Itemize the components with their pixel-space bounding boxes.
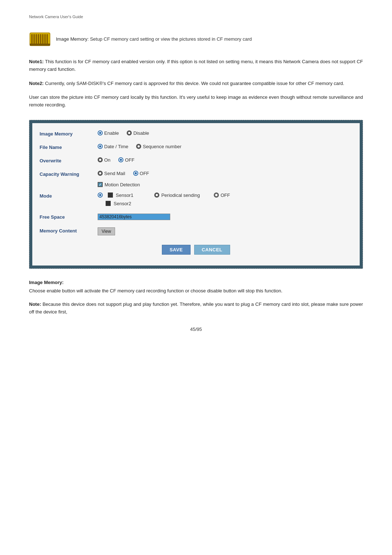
radio-sequence-label: Sequence number bbox=[143, 144, 181, 149]
file-name-sequence[interactable]: Sequence number bbox=[136, 144, 181, 149]
motion-detection-checkbox-group[interactable]: Motion Detection bbox=[98, 182, 140, 187]
radio-sendmail-label: Send Mail bbox=[104, 171, 125, 176]
mode-label: Mode bbox=[40, 193, 98, 199]
header-title: Network Camera User's Guide bbox=[29, 15, 83, 19]
memory-content-label: Memory Content bbox=[40, 227, 98, 234]
free-space-value: 453820416bytes bbox=[99, 214, 132, 219]
sensor2-label: Sensor2 bbox=[114, 201, 131, 206]
svg-rect-5 bbox=[38, 34, 39, 44]
note1-text: This function is for CF memory card enab… bbox=[29, 59, 363, 72]
memory-content-controls: View bbox=[98, 227, 352, 235]
file-name-datetime[interactable]: Date / Time bbox=[98, 144, 128, 149]
file-name-controls: Date / Time Sequence number bbox=[98, 144, 352, 149]
note2-text: Currently, only SAM-DISK®'s CF memory ca… bbox=[44, 81, 344, 86]
description-note-label: Note: bbox=[29, 301, 41, 307]
note2-block: Note2: Currently, only SAM-DISK®'s CF me… bbox=[29, 80, 363, 88]
radio-sensor1-dot bbox=[98, 193, 103, 198]
title-section: Image Memory: Setup CF memory card setti… bbox=[29, 30, 363, 48]
motion-detection-row: Motion Detection bbox=[40, 181, 352, 189]
file-name-row: File Name Date / Time Sequence number bbox=[40, 140, 352, 154]
sensor1-label: Sensor1 bbox=[116, 193, 133, 198]
description-heading: Image Memory: bbox=[29, 280, 363, 285]
svg-rect-10 bbox=[30, 44, 50, 46]
radio-disable-dot bbox=[127, 130, 132, 135]
radio-capacity-off-dot bbox=[133, 171, 138, 176]
overwrite-controls: On OFF bbox=[98, 157, 352, 163]
image-memory-controls: Enable Disable bbox=[98, 130, 352, 136]
mode-row: Mode Sensor1 Periodical sending OFF bbox=[40, 189, 352, 210]
radio-sequence-dot bbox=[136, 144, 141, 149]
radio-overwrite-off-label: OFF bbox=[125, 157, 134, 163]
radio-on-dot bbox=[98, 157, 103, 162]
page-header: Network Camera User's Guide bbox=[29, 15, 363, 19]
capacity-warning-label: Capacity Warning bbox=[40, 171, 98, 177]
free-space-bar: 453820416bytes bbox=[98, 214, 170, 220]
capacity-warning-row: Capacity Warning Send Mail OFF bbox=[40, 167, 352, 181]
svg-rect-6 bbox=[40, 34, 41, 44]
image-memory-label: Image Memory bbox=[40, 130, 98, 137]
motion-detection-checkbox bbox=[98, 182, 103, 187]
svg-rect-9 bbox=[46, 34, 48, 44]
sensor2-square-icon bbox=[106, 201, 111, 206]
file-name-label: File Name bbox=[40, 144, 98, 150]
radio-disable-label: Disable bbox=[133, 130, 149, 136]
note1-label: Note1: bbox=[29, 59, 44, 64]
mode-off-group[interactable]: OFF bbox=[214, 193, 230, 198]
motion-detection-label: Motion Detection bbox=[105, 182, 140, 187]
radio-enable-label: Enable bbox=[104, 130, 119, 136]
settings-inner: Image Memory Enable Disable File Name Da… bbox=[32, 123, 360, 266]
cancel-button[interactable]: CANCEL bbox=[194, 245, 230, 255]
radio-mode-off-dot bbox=[214, 193, 219, 198]
mode-sensor2-line: Sensor2 bbox=[98, 201, 131, 206]
description-body: Choose enable button will activate the C… bbox=[29, 287, 363, 295]
image-memory-enable[interactable]: Enable bbox=[98, 130, 119, 136]
description-note: Note: Because this device does not suppo… bbox=[29, 301, 363, 316]
title-text-container: Image Memory: Setup CF memory card setti… bbox=[56, 36, 252, 42]
radio-periodical-dot bbox=[154, 193, 159, 198]
mode-sensor1-radio[interactable] bbox=[98, 193, 103, 198]
radio-enable-dot bbox=[98, 130, 103, 135]
overwrite-on[interactable]: On bbox=[98, 157, 110, 163]
capacity-off[interactable]: OFF bbox=[133, 171, 149, 176]
svg-rect-4 bbox=[36, 34, 37, 44]
page-subtitle: : Setup CF memory card setting or view t… bbox=[87, 36, 252, 42]
radio-overwrite-off-dot bbox=[118, 157, 123, 162]
overwrite-row: Overwrite On OFF bbox=[40, 154, 352, 167]
radio-on-label: On bbox=[104, 157, 110, 163]
svg-rect-2 bbox=[31, 34, 33, 44]
image-memory-disable[interactable]: Disable bbox=[127, 130, 149, 136]
free-space-row: Free Space 453820416bytes bbox=[40, 210, 352, 224]
radio-mode-off-label: OFF bbox=[221, 193, 230, 198]
svg-rect-3 bbox=[33, 34, 35, 44]
memory-card-icon bbox=[29, 30, 51, 48]
note1-block: Note1: This function is for CF memory ca… bbox=[29, 58, 363, 73]
radio-datetime-dot bbox=[98, 144, 103, 149]
description-note-text: Because this device does not support plu… bbox=[29, 301, 363, 315]
svg-rect-7 bbox=[42, 34, 44, 44]
radio-datetime-label: Date / Time bbox=[104, 144, 128, 149]
free-space-label: Free Space bbox=[40, 214, 98, 220]
mode-options: Sensor1 Periodical sending OFF Sensor2 bbox=[98, 193, 352, 206]
memory-content-row: Memory Content View bbox=[40, 224, 352, 239]
overwrite-label: Overwrite bbox=[40, 157, 98, 163]
note2-label: Note2: bbox=[29, 81, 44, 86]
radio-periodical-label: Periodical sending bbox=[161, 193, 200, 198]
image-memory-row: Image Memory Enable Disable bbox=[40, 127, 352, 140]
radio-sendmail-dot bbox=[98, 171, 103, 176]
periodical-sending-group[interactable]: Periodical sending bbox=[154, 193, 200, 198]
mode-sensor1-line: Sensor1 Periodical sending OFF bbox=[98, 193, 230, 198]
sensor1-square-icon bbox=[108, 193, 113, 198]
settings-panel: Image Memory Enable Disable File Name Da… bbox=[29, 120, 363, 269]
save-button[interactable]: SAVE bbox=[162, 245, 190, 255]
radio-capacity-off-label: OFF bbox=[140, 171, 149, 176]
page-number: 45/95 bbox=[29, 327, 363, 332]
capacity-warning-controls: Send Mail OFF bbox=[98, 171, 352, 176]
overwrite-off[interactable]: OFF bbox=[118, 157, 134, 163]
page-big-title: Image Memory bbox=[56, 36, 87, 42]
view-button[interactable]: View bbox=[98, 227, 115, 235]
capacity-send-mail[interactable]: Send Mail bbox=[98, 171, 125, 176]
form-button-row: SAVE CANCEL bbox=[40, 245, 352, 258]
svg-rect-8 bbox=[44, 34, 46, 44]
free-space-controls: 453820416bytes bbox=[98, 214, 352, 220]
user-note: User can store the picture into CF memor… bbox=[29, 94, 363, 109]
